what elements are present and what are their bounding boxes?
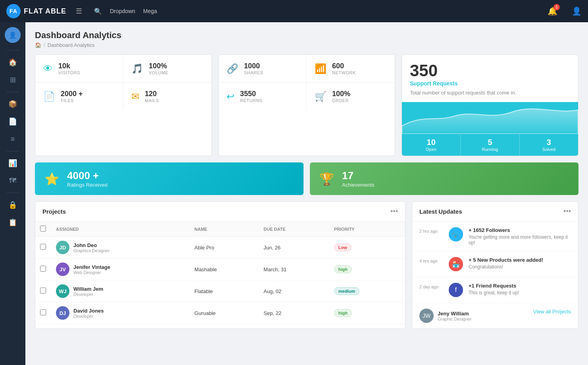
sidebar-item-chart[interactable]: 📊 [5,155,21,171]
row-avatar: DJ [56,306,69,320]
support-open-value: 10 [406,138,456,147]
sidebar-item-home[interactable]: 🏠 [5,54,21,70]
support-description: Total number of support requests that co… [410,90,570,96]
projects-title: Projects [42,208,66,215]
support-open-label: Open [406,147,456,152]
app-logo[interactable]: FA FLAT ABLE [6,4,66,18]
projects-more-icon[interactable]: ••• [390,207,398,216]
stat-files: 📄 2000 + FILES [35,83,123,110]
row-checkbox[interactable] [40,288,46,294]
breadcrumb-separator: / [44,42,45,48]
priority-badge: medium [334,287,359,295]
mails-label: MAILS [145,98,159,103]
update-description: You're getting more and more followers, … [469,234,571,245]
stat-group-1: 👁 10k VISITORS 🎵 100% VOLUME [35,54,212,156]
row-checkbox[interactable] [40,266,46,272]
sidebar-item-box[interactable]: 📦 [5,96,21,112]
breadcrumb-current: Dashboard Analytics [48,42,95,48]
support-running-value: 5 [465,138,515,147]
network-label: NETWORK [332,70,356,75]
sidebar-item-lock[interactable]: 🔒 [5,197,21,213]
row-avatar: JV [56,263,69,276]
sidebar-item-grid[interactable]: ⊞ [5,72,21,88]
network-icon: 📶 [315,63,327,74]
row-checkbox[interactable] [40,244,46,250]
order-label: ORDER [332,98,350,103]
achievements-value: 17 [342,170,375,182]
visitors-label: VISITORS [58,70,80,75]
nav-mega[interactable]: Mega [143,8,157,14]
projects-card: Projects ••• ASSIGNED NAME DUE DATE PRIO… [35,201,405,329]
stat-visitors: 👁 10k VISITORS [35,55,123,83]
update-item: 2 hrs ago 🐦 + 1652 Followers You're gett… [412,222,578,251]
select-all-checkbox[interactable] [40,226,46,232]
achievements-label: Achievements [342,182,375,188]
user-profile-icon[interactable]: 👤 [572,6,582,16]
view-all-row: JW Jeny William Graphic Designer View al… [412,303,578,328]
row-name: Jenifer Vintage [73,264,110,270]
update-title: + 5 New Products were added! [469,257,543,263]
row-role: Developer [73,292,103,297]
stat-network: 📶 600 NETWORK [307,55,395,83]
table-row: JD John Deo Graphics Designer Able Pro J… [35,237,405,259]
profile-name: Jeny William [438,311,472,317]
shares-label: SHARES [244,70,263,75]
sidebar-item-table[interactable]: 📋 [5,214,21,230]
col-due-date: DUE DATE [259,222,329,237]
stat-returns: ↩ 3550 RETURNS [219,83,307,110]
main-content: Dashboard Analytics 🏠 / Dashboard Analyt… [25,22,588,365]
row-role: Web Designer [73,270,110,275]
support-running: 5 Running [460,134,519,156]
support-solved-value: 3 [524,138,574,147]
projects-header: Projects ••• [35,202,405,222]
order-value: 100% [332,90,350,98]
update-item: 2 day ago f +1 Friend Requests This is g… [412,277,578,303]
search-icon[interactable]: 🔍 [94,8,102,15]
ratings-value: 4000 + [67,170,108,182]
row-priority: medium [329,280,405,302]
row-priority: high [329,302,405,324]
stat-mails: ✉ 120 MAILS [123,83,211,110]
stat-grid-2: 🔗 1000 SHARES 📶 600 NETWORK [219,55,395,110]
sidebar-item-map[interactable]: 🗺 [5,173,21,189]
support-solved-label: Solved [524,147,574,152]
page-title: Dashboard Analytics [35,30,578,41]
row-avatar: JD [56,241,69,254]
avatar[interactable]: 👤 [5,27,21,43]
sidebar-divider-4 [7,193,19,193]
sidebar-item-document[interactable]: 📄 [5,114,21,129]
update-avatar: f [449,283,463,297]
volume-label: VOLUME [149,70,168,75]
breadcrumb-home-icon[interactable]: 🏠 [35,42,41,48]
mails-icon: ✉ [131,91,139,102]
bottom-row: Projects ••• ASSIGNED NAME DUE DATE PRIO… [35,201,578,329]
stat-grid-1: 👁 10k VISITORS 🎵 100% VOLUME [35,55,211,110]
update-title: + 1652 Followers [469,227,571,233]
row-due: March, 31 [259,259,329,280]
priority-badge: high [334,309,352,317]
mails-value: 120 [145,90,159,98]
logo-icon: FA [6,4,21,18]
files-icon: 📄 [43,91,55,102]
returns-label: RETURNS [240,98,263,103]
row-priority: high [329,259,405,280]
updates-header: Latest Updates ••• [412,202,578,222]
notification-bell[interactable]: 🔔 5 [548,6,557,16]
visitors-icon: 👁 [43,63,53,74]
row-project: Guruable [190,302,259,324]
stat-volume: 🎵 100% VOLUME [123,55,211,83]
sidebar-item-list[interactable]: ≡ [5,131,21,147]
updates-more-icon[interactable]: ••• [563,207,571,216]
row-due: Aug, 02 [259,280,329,302]
support-top: 350 Support Requests Total number of sup… [402,55,578,102]
row-name: David Jones [73,308,104,314]
row-avatar: WJ [56,284,69,298]
hamburger-icon[interactable]: ☰ [76,7,82,15]
support-solved: 3 Solved [519,134,578,156]
row-checkbox[interactable] [40,309,46,315]
nav-dropdown[interactable]: Dropdown [110,8,135,14]
support-open: 10 Open [402,134,460,156]
view-all-link[interactable]: View all Projects [533,309,571,323]
notification-count: 5 [553,4,560,10]
update-time: 2 hrs ago [419,227,443,234]
